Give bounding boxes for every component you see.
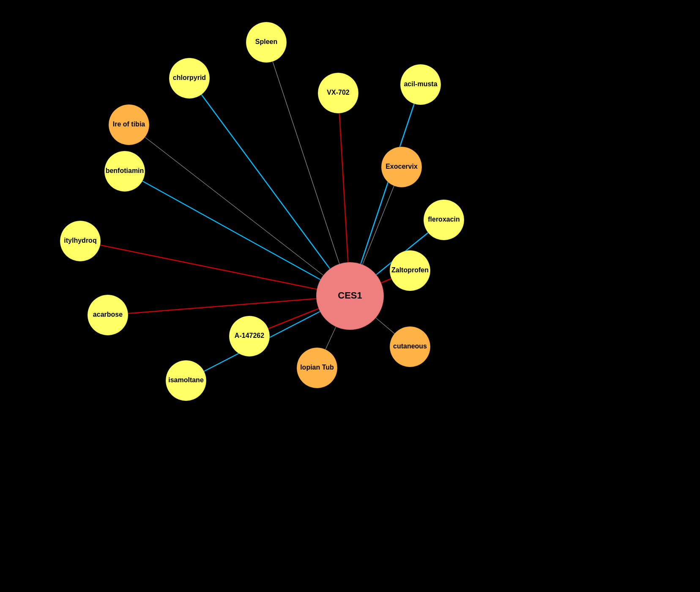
network-graph xyxy=(0,0,700,592)
